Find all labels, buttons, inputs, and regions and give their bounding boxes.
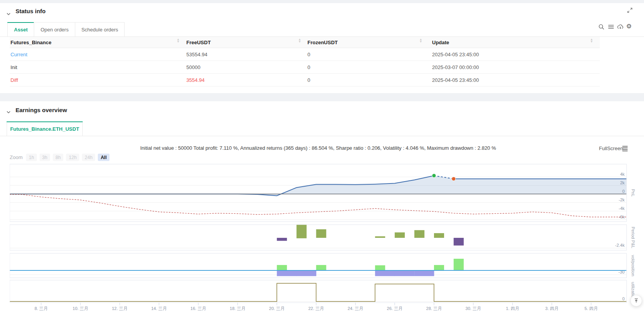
- zoom-option-all[interactable]: All: [98, 154, 109, 161]
- row-init-label: Init: [10, 61, 17, 73]
- x-date-label: 14. 三月: [151, 306, 167, 311]
- pnl-marker-point: [452, 177, 456, 181]
- app-window: Status info Asset Open orders Schedule o…: [0, 0, 644, 329]
- row-diff-frozen: 0: [307, 74, 310, 86]
- tab-open-orders-label: Open orders: [40, 27, 68, 33]
- tab-asset-label: Asset: [14, 27, 28, 33]
- x-date-label: 26. 三月: [387, 306, 403, 311]
- sort-icon[interactable]: ▲▼: [590, 38, 593, 43]
- table-row-current: Current 53554.94 0 2025-04-05 23:45:00: [10, 48, 600, 61]
- tab-asset[interactable]: Asset: [7, 22, 34, 37]
- x-date-label: 3. 四月: [545, 306, 558, 311]
- row-current-update: 2025-04-05 23:45:00: [432, 48, 479, 61]
- x-date-label: 12. 三月: [112, 306, 127, 311]
- row-current-frozen: 0: [307, 48, 310, 61]
- panel-name-label: PnL: [631, 189, 635, 197]
- x-date-label: 10. 三月: [73, 306, 88, 311]
- period-p-l-bar: [316, 229, 326, 238]
- axis-value-label: 0: [622, 296, 625, 301]
- position-short-bar: [375, 270, 395, 276]
- x-date-label: 16. 三月: [191, 306, 206, 311]
- tab-schedule-orders[interactable]: Schedule orders: [75, 22, 125, 37]
- sort-icon[interactable]: ▲▼: [298, 38, 301, 43]
- position-short-bar: [297, 270, 316, 276]
- zoom-option-12h[interactable]: 12h: [66, 154, 79, 161]
- zoom-option-3h[interactable]: 3h: [40, 154, 50, 161]
- table-row-diff: Diff 3554.94 0 2025-04-05 23:45:00: [10, 74, 600, 87]
- col-free-usdt: FreeUSDT: [186, 37, 211, 48]
- x-date-label: 28. 三月: [426, 306, 442, 311]
- sort-icon[interactable]: ▲▼: [419, 38, 422, 43]
- position-short-bar: [395, 270, 415, 276]
- trade-vol-bar: [454, 259, 464, 270]
- trade-vol-bar: [375, 265, 385, 270]
- trade-vol-bar: [316, 265, 326, 270]
- tabbar-divider: [0, 136, 644, 136]
- asset-table: Futures_Binance FreeUSDT FrozenUSDT Upda…: [10, 37, 600, 87]
- x-date-label: 20. 三月: [269, 306, 285, 311]
- panel-name-label: vol/position: [631, 255, 635, 276]
- col-futures-binance: Futures_Binance: [10, 37, 51, 48]
- axis-value-label: -4k: [619, 206, 625, 211]
- search-icon[interactable]: [598, 23, 605, 30]
- trade-vol-bar: [434, 265, 444, 270]
- tab-open-orders[interactable]: Open orders: [34, 22, 75, 37]
- status-tabs: Asset Open orders Schedule orders: [8, 22, 125, 37]
- x-date-label: 22. 三月: [308, 306, 324, 311]
- position-short-bar: [277, 270, 297, 276]
- benchmark-return-line: [10, 194, 627, 217]
- trade-vol-bar: [277, 265, 287, 270]
- back-to-top-button[interactable]: [630, 295, 642, 306]
- x-date-label: 8. 三月: [35, 306, 48, 311]
- col-frozen-usdt: FrozenUSDT: [307, 37, 338, 48]
- panel-name-label: Period P&L: [631, 227, 635, 248]
- zoom-option-8h[interactable]: 8h: [53, 154, 63, 161]
- cloud-download-icon[interactable]: [617, 23, 624, 30]
- tab-futures-binance-eth-usdt[interactable]: Futures_Binance.ETH_USDT: [7, 121, 83, 136]
- period-p-l-bar: [375, 236, 385, 238]
- axis-value-label: -2k: [619, 197, 625, 202]
- period-p-l-bar: [454, 238, 464, 246]
- row-current-free: 53554.94: [186, 48, 207, 61]
- col-update: Update: [432, 37, 449, 48]
- status-info-section: Status info Asset Open orders Schedule o…: [0, 3, 644, 93]
- panel-border: [10, 280, 627, 303]
- zoom-label: Zoom: [10, 154, 23, 160]
- row-diff-free: 3554.94: [186, 74, 205, 86]
- fullscreen-button[interactable]: FullScreen: [599, 145, 623, 151]
- chart-toolbox-icon[interactable]: [622, 146, 628, 151]
- zoom-option-1h[interactable]: 1h: [26, 154, 36, 161]
- x-date-label: 1. 四月: [506, 306, 519, 311]
- status-info-title: Status info: [16, 8, 46, 14]
- tab-symbol-label: Futures_Binance.ETH_USDT: [10, 126, 79, 132]
- position-short-bar: [414, 270, 434, 276]
- row-init-frozen: 0: [307, 61, 310, 73]
- table-row-init: Init 50000 0 2025-03-07 00:00:00: [10, 61, 600, 74]
- collapse-chevron-icon[interactable]: [6, 110, 11, 114]
- row-current-label[interactable]: Current: [10, 48, 27, 61]
- earnings-chart[interactable]: 4k2k0-2k-4k-6k-2.4k-300PnLPeriod P&Lvol/…: [10, 161, 644, 315]
- x-date-label: 5. 四月: [585, 306, 598, 311]
- period-p-l-bar: [395, 232, 405, 238]
- period-p-l-bar: [277, 238, 287, 241]
- x-date-label: 18. 三月: [230, 306, 245, 311]
- expand-icon[interactable]: [627, 7, 633, 13]
- row-init-free: 50000: [186, 61, 200, 73]
- gear-icon[interactable]: ⚙: [626, 23, 633, 30]
- menu-icon[interactable]: [608, 23, 614, 30]
- earnings-section: Earnings overview Futures_Binance.ETH_US…: [0, 101, 644, 329]
- pnl-marker-point: [432, 174, 436, 178]
- x-date-label: 30. 三月: [465, 306, 481, 311]
- row-diff-update: 2025-04-05 23:45:00: [432, 74, 479, 86]
- period-p-l-bar: [434, 233, 444, 238]
- axis-value-label: 4k: [620, 172, 625, 177]
- tab-schedule-orders-label: Schedule orders: [82, 27, 118, 33]
- axis-value-label: -2.4k: [615, 243, 625, 248]
- zoom-buttons: 1h3h8h12h24hAll: [26, 154, 109, 161]
- asset-utilization-line: [10, 283, 627, 301]
- sort-icon[interactable]: ▲▼: [177, 38, 180, 43]
- zoom-option-24h[interactable]: 24h: [82, 154, 95, 161]
- performance-stats: Initial net value : 50000 Total profit: …: [10, 145, 627, 151]
- collapse-chevron-icon[interactable]: [6, 12, 11, 16]
- period-p-l-bar: [297, 225, 307, 238]
